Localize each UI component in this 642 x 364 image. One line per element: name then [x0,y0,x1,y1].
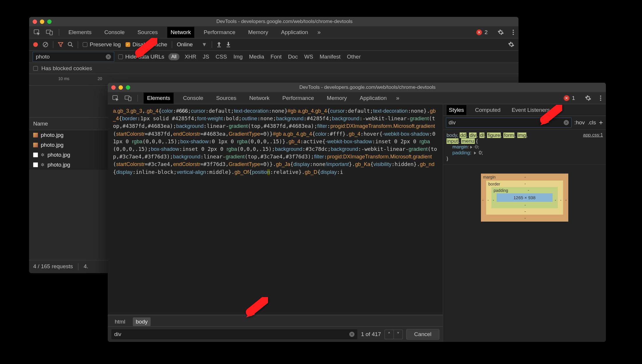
tab-network[interactable]: Network [246,93,273,104]
tab-network[interactable]: Network [167,27,195,38]
titlebar[interactable]: DevTools - developers.google.com/web/too… [108,83,606,92]
filter-type-media[interactable]: Media [248,54,265,60]
inspect-element-icon[interactable] [34,29,40,35]
tab-elements[interactable]: Elements [144,93,174,104]
styles-panel: Styles Computed Event Listeners » div ✕ … [443,104,606,342]
new-rule-button[interactable]: + [599,119,603,127]
css-property-margin[interactable]: margin: 0; [447,144,602,150]
settings-icon[interactable] [585,95,591,101]
tab-elements[interactable]: Elements [65,27,95,38]
kebab-menu-icon[interactable] [600,96,601,101]
zoom-window-button[interactable] [126,85,130,90]
throttling-select[interactable]: Online ▼ [177,41,207,48]
filter-type-xhr[interactable]: XHR [184,54,197,60]
annotation-arrow [134,38,157,61]
filter-input[interactable]: photo ✕ [33,52,114,62]
disable-cache-checkbox[interactable] [126,42,130,47]
zoom-window-button[interactable] [47,20,52,24]
search-icon[interactable] [68,42,73,47]
request-count: 4 / 165 requests [33,263,73,270]
styles-tabs: Styles Computed Event Listeners » [443,104,606,116]
styles-tab-styles[interactable]: Styles [447,105,466,115]
tab-application[interactable]: Application [356,93,390,104]
hov-toggle[interactable]: :hov [574,119,585,126]
preserve-log-label: Preserve log [90,41,121,48]
tab-sources[interactable]: Sources [134,27,161,38]
clear-find-icon[interactable]: ✕ [349,332,354,337]
breadcrumb-body[interactable]: body [133,317,151,326]
filter-icon[interactable] [58,42,63,47]
download-har-icon[interactable] [226,42,231,47]
filter-type-doc[interactable]: Doc [287,54,299,60]
minimize-window-button[interactable] [40,20,44,24]
more-tabs-icon[interactable]: » [396,95,399,101]
device-toolbar-icon[interactable] [46,29,53,35]
file-icon [33,153,38,157]
more-tabs-icon[interactable]: » [318,29,321,36]
record-button[interactable] [33,42,38,47]
tab-application[interactable]: Application [278,27,312,38]
error-indicator[interactable]: ✕ 2 [476,29,488,36]
file-icon [33,143,38,147]
filter-type-ws[interactable]: WS [303,54,315,60]
filter-type-font[interactable]: Font [269,54,283,60]
css-rule[interactable]: app.css:1 body, dd, div, dl, figure, for… [443,130,606,165]
kebab-menu-icon[interactable] [513,30,514,35]
find-stepper: ˄ ˅ [385,330,403,339]
find-input[interactable]: div ✕ [111,329,357,339]
upload-har-icon[interactable] [217,42,221,47]
network-settings-icon[interactable] [508,41,514,48]
inspect-element-icon[interactable] [112,95,119,101]
timeline-tick: 10 ms [58,76,69,81]
tab-memory[interactable]: Memory [323,93,350,104]
close-window-button[interactable] [111,85,116,90]
clear-styles-filter-icon[interactable]: ✕ [564,120,569,125]
file-icon [33,133,38,137]
filter-type-manifest[interactable]: Manifest [318,54,342,60]
main-tabs: Elements Console Sources Network Perform… [108,92,606,104]
filter-type-js[interactable]: JS [202,54,210,60]
styles-filter-row: div ✕ :hov .cls + [443,116,606,130]
source-view[interactable]: a.gb_3.gb_3,.gb_4{color:#666;cursor:defa… [108,104,443,314]
tab-memory[interactable]: Memory [245,27,272,38]
find-cancel-button[interactable]: Cancel [406,329,439,340]
box-model-content: 1265 × 938 [497,193,553,202]
titlebar[interactable]: DevTools - developers.google.com/web/too… [29,17,518,26]
blocked-cookies-label: Has blocked cookies [41,65,92,72]
close-window-button[interactable] [33,20,37,24]
breadcrumb-html[interactable]: html [112,317,128,326]
cls-toggle[interactable]: .cls [588,119,596,126]
filter-type-all[interactable]: All [168,53,179,60]
clear-filter-icon[interactable]: ✕ [106,54,111,59]
device-toolbar-icon[interactable] [125,95,132,101]
error-indicator[interactable]: ✕ 1 [564,95,575,101]
box-model[interactable]: margin ---- border ---- padding ---- 126… [481,174,568,222]
css-source-link[interactable]: app.css:1 [583,132,603,138]
hide-data-urls-checkbox[interactable] [118,54,123,59]
find-prev-button[interactable]: ˄ [385,330,394,339]
devtools-window-elements: DevTools - developers.google.com/web/too… [108,83,606,342]
clear-icon[interactable] [43,42,48,47]
css-selector[interactable]: body, dd, div, dl, figure, form, img,inp… [447,132,602,144]
tab-sources[interactable]: Sources [213,93,240,104]
error-icon: ✕ [564,95,569,101]
blocked-cookies-checkbox[interactable] [33,66,38,71]
tab-performance[interactable]: Performance [200,27,239,38]
file-icon [33,162,38,167]
find-next-button[interactable]: ˅ [394,330,403,339]
filter-type-css[interactable]: CSS [214,54,228,60]
css-property-padding[interactable]: padding: 0; [447,150,602,156]
error-icon: ✕ [476,29,482,35]
network-toolbar: Preserve log Disable cache Online ▼ [29,38,518,51]
annotation-arrow [539,105,562,128]
tab-console[interactable]: Console [179,93,207,104]
minimize-window-button[interactable] [119,85,123,90]
tab-performance[interactable]: Performance [279,93,318,104]
filter-type-img[interactable]: Img [232,54,244,60]
styles-tab-computed[interactable]: Computed [473,105,503,115]
preserve-log-checkbox[interactable] [83,42,87,47]
tab-console[interactable]: Console [101,27,128,38]
filter-type-other[interactable]: Other [346,54,362,60]
settings-icon[interactable] [498,29,504,36]
network-filter-bar: photo ✕ Hide data URLs All XHR JS CSS Im… [29,51,518,63]
